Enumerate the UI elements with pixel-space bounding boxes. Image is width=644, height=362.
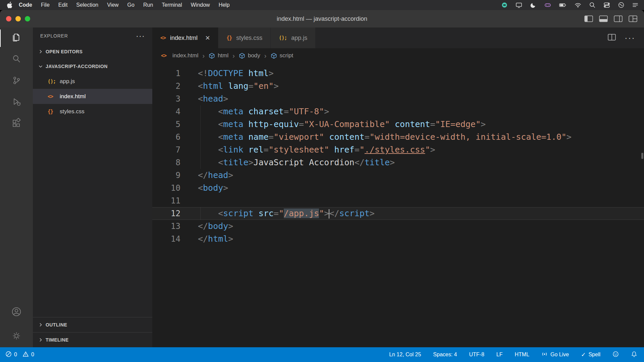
spotlight-search-icon[interactable] bbox=[589, 2, 596, 8]
battery-icon[interactable] bbox=[559, 1, 567, 9]
code-line-14[interactable]: 14</html> bbox=[152, 233, 644, 245]
timeline-section[interactable]: TIMELINE bbox=[33, 332, 152, 347]
warning-icon bbox=[22, 351, 29, 359]
menu-item-file[interactable]: File bbox=[37, 2, 54, 8]
menu-item-window[interactable]: Window bbox=[186, 2, 214, 8]
breadcrumb-item-index.html[interactable]: <>index.html bbox=[161, 52, 198, 59]
activitybar-source-control[interactable] bbox=[0, 70, 33, 92]
apple-menu-icon[interactable] bbox=[7, 2, 12, 8]
activitybar-extensions[interactable] bbox=[0, 113, 33, 135]
open-editors-section[interactable]: OPEN EDITORS bbox=[33, 44, 152, 59]
siri-icon[interactable] bbox=[618, 2, 625, 8]
tab-styles.css[interactable]: {}styles.css bbox=[218, 27, 271, 48]
menu-item-go[interactable]: Go bbox=[123, 2, 139, 8]
line-number[interactable]: 12 bbox=[152, 207, 180, 220]
activitybar-search[interactable] bbox=[0, 49, 33, 70]
warning-count: 0 bbox=[31, 352, 34, 358]
cursor-position[interactable]: Ln 12, Col 25 bbox=[389, 352, 421, 358]
activitybar-accounts[interactable] bbox=[0, 302, 33, 323]
line-number[interactable]: 2 bbox=[152, 80, 180, 93]
line-number[interactable]: 9 bbox=[152, 169, 180, 182]
code-editor[interactable]: 1<!DOCTYPE html>2<html lang="en">3<head>… bbox=[152, 63, 644, 347]
line-number[interactable]: 10 bbox=[152, 182, 180, 194]
language-mode[interactable]: HTML bbox=[515, 352, 529, 358]
code-line-6[interactable]: 6 <meta name="viewport" content="width=d… bbox=[152, 131, 644, 143]
breadcrumb-item-html[interactable]: html bbox=[209, 52, 228, 59]
display-icon[interactable] bbox=[515, 1, 523, 9]
activitybar-settings[interactable] bbox=[0, 326, 33, 347]
breadcrumb-item-body[interactable]: body bbox=[239, 52, 260, 59]
files-icon bbox=[11, 32, 22, 44]
encoding-setting[interactable]: UTF-8 bbox=[469, 352, 484, 358]
editor-more-actions-icon[interactable]: ··· bbox=[625, 36, 635, 40]
code-line-11[interactable]: 11 bbox=[152, 194, 644, 207]
tab-index.html[interactable]: <>index.html× bbox=[152, 27, 218, 48]
close-tab-icon[interactable]: × bbox=[205, 34, 210, 42]
line-number[interactable]: 6 bbox=[152, 131, 180, 143]
menu-item-terminal[interactable]: Terminal bbox=[157, 2, 186, 8]
tab-app.js[interactable]: ();app.js bbox=[271, 27, 316, 48]
spell-checker[interactable]: ✓ Spell bbox=[581, 351, 600, 358]
titlebar[interactable]: index.html — javascript-accordion bbox=[0, 10, 644, 27]
feedback-button[interactable] bbox=[612, 351, 619, 359]
overview-ruler-marker bbox=[641, 153, 643, 159]
breadcrumb-label: script bbox=[280, 52, 293, 59]
recording-indicator-icon[interactable] bbox=[501, 2, 508, 8]
menu-item-code[interactable]: Code bbox=[14, 2, 37, 8]
go-live-button[interactable]: Go Live bbox=[541, 351, 569, 359]
toggle-secondary-sidebar-icon[interactable] bbox=[614, 15, 623, 22]
spell-label: Spell bbox=[588, 352, 600, 358]
code-line-1[interactable]: 1<!DOCTYPE html> bbox=[152, 67, 644, 80]
menu-list-icon[interactable] bbox=[632, 2, 639, 8]
line-number[interactable]: 5 bbox=[152, 118, 180, 131]
explorer-more-actions-icon[interactable]: ··· bbox=[136, 34, 145, 38]
symbol-cube-icon bbox=[271, 53, 277, 59]
line-number[interactable]: 13 bbox=[152, 220, 180, 233]
menu-item-help[interactable]: Help bbox=[214, 2, 234, 8]
line-number[interactable]: 4 bbox=[152, 105, 180, 118]
code-line-3[interactable]: 3<head> bbox=[152, 93, 644, 105]
menu-item-selection[interactable]: Selection bbox=[72, 2, 103, 8]
line-number[interactable]: 8 bbox=[152, 156, 180, 169]
problems-warnings[interactable]: 0 bbox=[22, 351, 34, 359]
line-content: <title>JavaScript Accordion</title> bbox=[198, 156, 395, 169]
breadcrumb-separator-icon: › bbox=[202, 52, 205, 60]
menu-item-run[interactable]: Run bbox=[139, 2, 157, 8]
file-item-app.js[interactable]: ();app.js bbox=[33, 74, 152, 89]
control-center-icon[interactable] bbox=[603, 1, 610, 9]
customize-layout-icon[interactable] bbox=[629, 15, 637, 22]
toggle-primary-sidebar-icon[interactable] bbox=[584, 15, 593, 22]
activitybar-explorer[interactable] bbox=[0, 27, 33, 49]
toggle-panel-icon[interactable] bbox=[599, 15, 608, 22]
activitybar-run-debug[interactable] bbox=[0, 92, 33, 113]
code-line-4[interactable]: 4 <meta charset="UTF-8"> bbox=[152, 105, 644, 118]
focus-moon-icon[interactable] bbox=[530, 2, 537, 8]
code-line-5[interactable]: 5 <meta http-equiv="X-UA-Compatible" con… bbox=[152, 118, 644, 131]
line-number[interactable]: 1 bbox=[152, 67, 180, 80]
notifications-button[interactable] bbox=[631, 351, 637, 359]
line-number[interactable]: 7 bbox=[152, 143, 180, 156]
line-number[interactable]: 3 bbox=[152, 93, 180, 105]
code-line-12[interactable]: 12 <script src="/app.js"></script> bbox=[152, 207, 644, 220]
indentation-setting[interactable]: Spaces: 4 bbox=[433, 352, 457, 358]
game-controller-icon[interactable] bbox=[544, 1, 551, 9]
file-item-index.html[interactable]: <>index.html bbox=[33, 89, 152, 104]
code-line-7[interactable]: 7 <link rel="stylesheet" href="./styles.… bbox=[152, 143, 644, 156]
code-line-9[interactable]: 9</head> bbox=[152, 169, 644, 182]
split-editor-icon[interactable] bbox=[608, 34, 616, 42]
line-number[interactable]: 14 bbox=[152, 233, 180, 245]
outline-section[interactable]: OUTLINE bbox=[33, 317, 152, 332]
code-line-13[interactable]: 13</body> bbox=[152, 220, 644, 233]
file-item-styles.css[interactable]: {}styles.css bbox=[33, 104, 152, 119]
code-line-8[interactable]: 8 <title>JavaScript Accordion</title> bbox=[152, 156, 644, 169]
problems-errors[interactable]: 0 bbox=[5, 351, 17, 359]
line-number[interactable]: 11 bbox=[152, 194, 180, 207]
menu-item-edit[interactable]: Edit bbox=[54, 2, 72, 8]
workspace-section[interactable]: JAVASCRIPT-ACCORDION bbox=[33, 59, 152, 74]
code-line-2[interactable]: 2<html lang="en"> bbox=[152, 80, 644, 93]
eol-setting[interactable]: LF bbox=[496, 352, 503, 358]
code-line-10[interactable]: 10<body> bbox=[152, 182, 644, 194]
wifi-icon[interactable] bbox=[574, 1, 582, 9]
menu-item-view[interactable]: View bbox=[103, 2, 123, 8]
breadcrumb-item-script[interactable]: script bbox=[271, 52, 293, 59]
